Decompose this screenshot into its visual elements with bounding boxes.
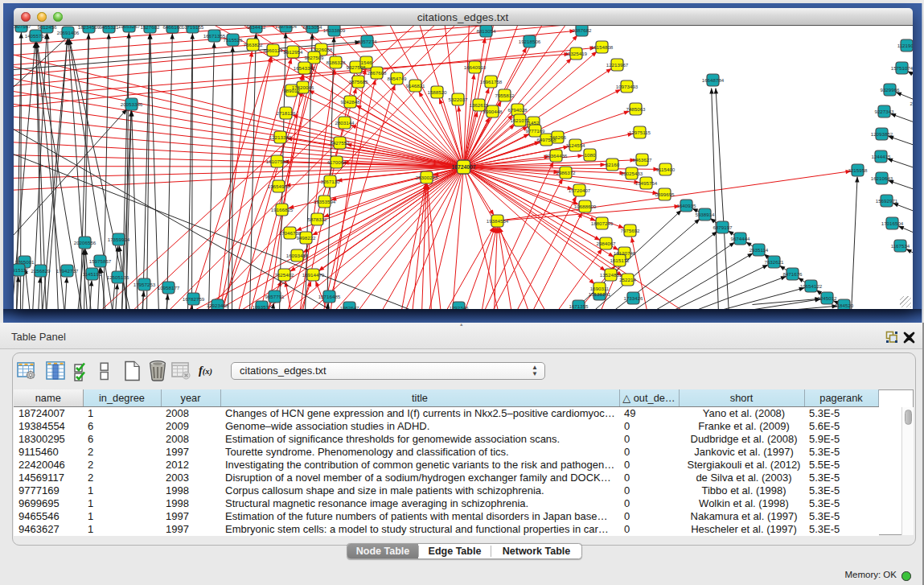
svg-text:6466160: 6466160 xyxy=(162,26,183,30)
svg-text:9329966: 9329966 xyxy=(880,86,900,92)
svg-text:8912954: 8912954 xyxy=(283,48,303,54)
svg-text:1167534: 1167534 xyxy=(890,242,910,248)
svg-text:15975857: 15975857 xyxy=(88,257,111,263)
svg-text:2935114: 2935114 xyxy=(749,246,768,252)
svg-text:9455321: 9455321 xyxy=(99,26,119,30)
svg-text:10973493: 10973493 xyxy=(615,83,638,89)
svg-text:7515526: 7515526 xyxy=(223,36,243,42)
svg-text:2718126: 2718126 xyxy=(276,109,296,115)
svg-text:7955812: 7955812 xyxy=(495,92,515,97)
svg-text:7663822: 7663822 xyxy=(243,41,263,47)
svg-text:1733426: 1733426 xyxy=(623,295,643,300)
svg-text:1292346: 1292346 xyxy=(449,304,469,308)
svg-text:12213967: 12213967 xyxy=(606,61,628,67)
svg-text:1452: 1452 xyxy=(528,119,539,125)
svg-text:16107553: 16107553 xyxy=(265,158,288,163)
svg-text:252214: 252214 xyxy=(619,276,636,282)
svg-text:7625402: 7625402 xyxy=(274,271,294,277)
svg-text:10653267: 10653267 xyxy=(117,26,140,29)
svg-text:2277434: 2277434 xyxy=(910,100,913,105)
svg-text:11325419: 11325419 xyxy=(565,50,587,56)
svg-text:16961758: 16961758 xyxy=(479,78,502,84)
svg-text:8427552: 8427552 xyxy=(330,139,350,145)
svg-text:7357274: 7357274 xyxy=(357,38,377,43)
svg-text:14055714: 14055714 xyxy=(24,32,47,38)
svg-text:2986372: 2986372 xyxy=(556,169,576,175)
svg-text:3215958: 3215958 xyxy=(848,167,868,172)
svg-text:8960124: 8960124 xyxy=(263,47,283,52)
svg-text:1121901: 1121901 xyxy=(897,42,912,47)
svg-text:18724007: 18724007 xyxy=(451,164,475,170)
svg-text:5878332: 5878332 xyxy=(307,216,327,221)
svg-text:6879197: 6879197 xyxy=(713,224,733,229)
svg-text:15136141: 15136141 xyxy=(588,290,610,296)
svg-text:10719155: 10719155 xyxy=(181,26,203,30)
svg-text:20691406: 20691406 xyxy=(56,29,79,35)
svg-text:9227343: 9227343 xyxy=(874,108,894,113)
svg-text:11975304: 11975304 xyxy=(274,26,297,29)
svg-text:12213382: 12213382 xyxy=(269,134,291,139)
svg-text:4170064: 4170064 xyxy=(326,159,347,164)
svg-text:8813054: 8813054 xyxy=(302,26,322,30)
svg-text:15720407: 15720407 xyxy=(568,187,590,192)
svg-text:15751074: 15751074 xyxy=(890,64,912,70)
svg-text:3875685: 3875685 xyxy=(348,78,368,84)
svg-text:10654122: 10654122 xyxy=(799,282,822,288)
svg-text:16120746: 16120746 xyxy=(613,249,635,255)
svg-text:1424159: 1424159 xyxy=(912,135,913,141)
svg-text:20364436: 20364436 xyxy=(544,152,567,158)
svg-text:746266: 746266 xyxy=(549,134,566,139)
svg-text:16648784: 16648784 xyxy=(701,76,724,82)
svg-text:12975115: 12975115 xyxy=(628,129,651,134)
svg-text:9146821: 9146821 xyxy=(405,82,425,88)
svg-text:17957253: 17957253 xyxy=(133,281,155,286)
svg-text:1765001: 1765001 xyxy=(14,258,35,264)
svg-text:20206556: 20206556 xyxy=(73,239,96,245)
svg-text:15716485: 15716485 xyxy=(318,293,340,299)
svg-text:13226058: 13226058 xyxy=(310,46,332,51)
svg-text:25300273: 25300273 xyxy=(415,174,437,179)
svg-text:12505135: 12505135 xyxy=(106,274,129,279)
svg-text:1621072: 1621072 xyxy=(510,117,530,122)
svg-text:12093852: 12093852 xyxy=(870,130,893,136)
svg-text:1671355: 1671355 xyxy=(569,303,589,308)
svg-text:1093577: 1093577 xyxy=(252,303,272,308)
svg-text:1082647: 1082647 xyxy=(339,304,359,308)
svg-text:9012456: 9012456 xyxy=(37,26,57,30)
svg-text:18234509: 18234509 xyxy=(77,26,100,30)
svg-text:19353594: 19353594 xyxy=(313,198,335,204)
svg-text:16543342: 16543342 xyxy=(293,64,315,70)
svg-text:1546: 1546 xyxy=(360,59,372,64)
svg-text:19166825: 19166825 xyxy=(270,206,293,212)
svg-text:8471676: 8471676 xyxy=(782,270,803,276)
svg-text:2387682: 2387682 xyxy=(572,27,592,32)
svg-text:5322037: 5322037 xyxy=(448,96,468,101)
svg-text:1640935: 1640935 xyxy=(676,202,696,208)
svg-text:9463627: 9463627 xyxy=(632,156,652,162)
svg-text:9827509: 9827509 xyxy=(304,54,324,60)
svg-text:16154808: 16154808 xyxy=(590,43,613,49)
svg-text:1690311: 1690311 xyxy=(589,285,609,290)
svg-text:7632621: 7632621 xyxy=(764,258,784,264)
svg-text:9327508: 9327508 xyxy=(346,64,366,69)
svg-text:8990448: 8990448 xyxy=(483,108,503,113)
svg-text:9634412: 9634412 xyxy=(246,26,266,30)
svg-text:16210643: 16210643 xyxy=(870,175,893,180)
svg-text:1145191: 1145191 xyxy=(82,270,101,276)
svg-text:10025433: 10025433 xyxy=(620,170,643,175)
svg-text:15692971: 15692971 xyxy=(875,197,897,203)
svg-text:19384554: 19384554 xyxy=(486,217,508,223)
svg-text:17359924: 17359924 xyxy=(107,236,129,241)
svg-text:1184520: 1184520 xyxy=(834,302,853,307)
svg-text:17942737: 17942737 xyxy=(55,267,78,273)
svg-text:9777169: 9777169 xyxy=(525,127,545,133)
svg-text:1244415: 1244415 xyxy=(871,153,891,159)
svg-text:1080: 1080 xyxy=(584,151,595,157)
svg-text:10688609: 10688609 xyxy=(573,203,596,208)
svg-text:6794028: 6794028 xyxy=(507,106,528,112)
svg-text:2867608: 2867608 xyxy=(367,69,387,75)
svg-text:62160: 62160 xyxy=(605,161,619,167)
svg-text:0699695: 0699695 xyxy=(655,191,675,196)
svg-text:16782759: 16782759 xyxy=(182,295,204,301)
svg-text:1588520: 1588520 xyxy=(427,89,447,94)
